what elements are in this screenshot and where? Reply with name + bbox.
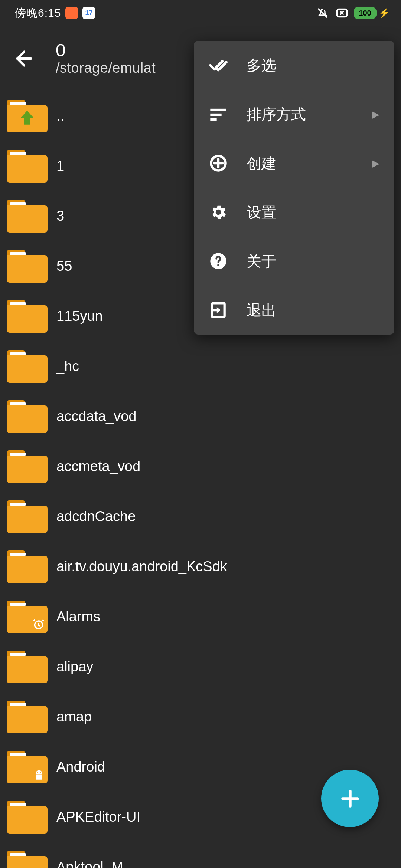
gear-icon <box>209 203 228 222</box>
status-left: 傍晚6:15 17 <box>15 6 95 21</box>
status-bar: 傍晚6:15 17 100 ⚡ <box>0 0 401 26</box>
menu-label: 创建 <box>247 153 353 174</box>
status-right: 100 ⚡ <box>316 6 390 20</box>
menu-item-gear[interactable]: 设置 <box>194 188 394 237</box>
close-box-icon <box>335 6 349 20</box>
menu-label: 关于 <box>247 251 379 272</box>
file-name: alipay <box>56 659 93 675</box>
file-row[interactable]: accmeta_vod <box>0 441 401 491</box>
chevron-right-icon: ▶ <box>372 109 379 120</box>
file-name: amap <box>56 709 92 725</box>
menu-label: 退出 <box>247 300 379 320</box>
folder-icon <box>7 500 48 533</box>
folder-icon <box>7 250 48 283</box>
back-button[interactable] <box>11 46 37 72</box>
file-name: 115yun <box>56 308 103 324</box>
file-row[interactable]: accdata_vod <box>0 391 401 441</box>
sort-icon <box>209 105 228 124</box>
folder-icon <box>7 550 48 583</box>
mute-icon <box>316 6 330 20</box>
menu-item-plus-circle[interactable]: 创建▶ <box>194 139 394 188</box>
menu-label: 排序方式 <box>247 104 353 125</box>
file-name: 55 <box>56 258 72 274</box>
svg-rect-4 <box>210 118 216 121</box>
folder-icon <box>7 450 48 483</box>
file-name: 3 <box>56 208 64 224</box>
header-path: /storage/emulat <box>56 60 156 76</box>
folder-icon <box>7 851 48 868</box>
folder-icon <box>7 601 48 633</box>
folder-icon <box>7 801 48 834</box>
file-name: .. <box>56 108 64 124</box>
file-name: air.tv.douyu.android_KcSdk <box>56 559 227 575</box>
menu-item-help[interactable]: 关于 <box>194 237 394 286</box>
folder-icon <box>7 200 48 233</box>
file-name: adcdnCache <box>56 509 136 525</box>
folder-icon <box>7 400 48 433</box>
file-name: APKEditor-UI <box>56 809 140 825</box>
folder-icon <box>7 100 48 132</box>
file-row[interactable]: adcdnCache <box>0 491 401 542</box>
exit-icon <box>209 300 228 320</box>
charging-icon: ⚡ <box>379 8 390 18</box>
folder-icon <box>7 150 48 183</box>
check-all-icon <box>209 56 228 75</box>
file-row[interactable]: _hc <box>0 341 401 391</box>
menu-label: 多选 <box>247 55 379 76</box>
file-name: Apktool_M <box>56 859 123 868</box>
file-row[interactable]: Apktool_M <box>0 842 401 868</box>
folder-icon <box>7 651 48 683</box>
folder-icon <box>7 350 48 383</box>
plus-circle-icon <box>209 154 228 173</box>
svg-point-7 <box>217 264 219 266</box>
file-name: Alarms <box>56 609 100 625</box>
fab-add-button[interactable] <box>321 770 379 827</box>
file-row[interactable]: Alarms <box>0 592 401 642</box>
file-name: accdata_vod <box>56 408 137 424</box>
folder-icon <box>7 300 48 333</box>
header-count: 0 <box>56 41 156 60</box>
help-icon <box>209 251 228 271</box>
file-name: accmeta_vod <box>56 458 140 474</box>
battery-indicator: 100 ⚡ <box>354 7 390 19</box>
status-app-icon-1 <box>65 7 78 19</box>
overflow-menu: 多选排序方式▶创建▶设置关于退出 <box>194 41 394 335</box>
menu-item-exit[interactable]: 退出 <box>194 286 394 335</box>
file-row[interactable]: alipay <box>0 642 401 692</box>
file-row[interactable]: air.tv.douyu.android_KcSdk <box>0 542 401 592</box>
header-text: 0 /storage/emulat <box>56 41 156 76</box>
menu-label: 设置 <box>247 202 379 223</box>
file-name: 1 <box>56 158 64 174</box>
svg-rect-2 <box>210 109 226 111</box>
status-app-icon-calendar: 17 <box>82 7 95 19</box>
chevron-right-icon: ▶ <box>372 158 379 169</box>
file-name: Android <box>56 759 105 775</box>
file-row[interactable]: amap <box>0 692 401 742</box>
file-name: _hc <box>56 358 79 374</box>
folder-icon <box>7 751 48 783</box>
menu-item-check-all[interactable]: 多选 <box>194 41 394 90</box>
battery-level: 100 <box>354 7 376 19</box>
svg-rect-3 <box>210 114 221 116</box>
folder-icon <box>7 701 48 733</box>
menu-item-sort[interactable]: 排序方式▶ <box>194 90 394 139</box>
status-time: 傍晚6:15 <box>15 6 61 21</box>
